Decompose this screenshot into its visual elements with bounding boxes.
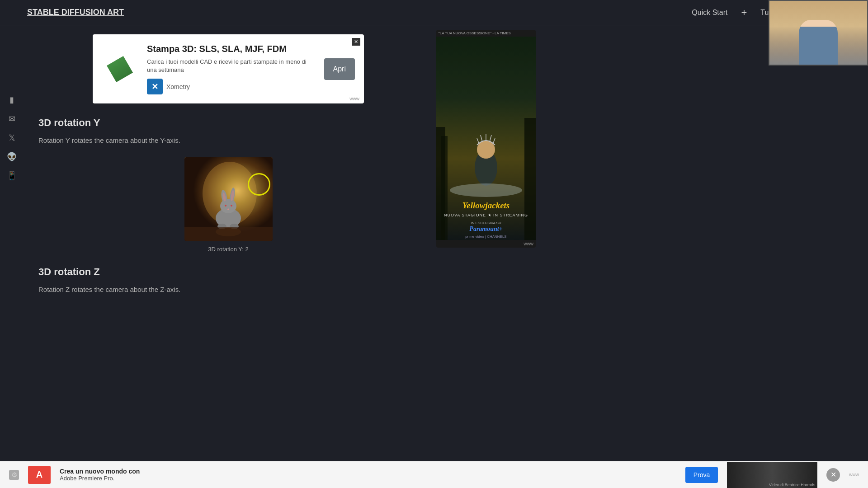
section-y-heading: 3D rotation Y	[38, 117, 418, 129]
email-icon[interactable]: ✉	[7, 114, 17, 124]
bottom-ad-settings-icon[interactable]: ⚙	[9, 470, 19, 480]
main-content: ✕ Stampa 3D: SLS, SLA, MJF, FDM Carica i…	[25, 25, 432, 488]
bottom-ad-video-label: Video di Beatrice Harrods	[769, 483, 815, 487]
svg-text:Paramount+: Paramount+	[469, 225, 502, 232]
nav-quickstart[interactable]: Quick Start	[692, 9, 727, 17]
xometry-logo: ✕	[147, 79, 163, 94]
webcam-box	[769, 0, 868, 66]
ad-3d-icon	[102, 51, 138, 87]
bottom-ad-text: Crea un nuovo mondo con Adobe Premiere P…	[60, 468, 676, 482]
svg-point-27	[450, 183, 522, 197]
svg-rect-18	[524, 118, 536, 240]
bottom-ad-title: Crea un nuovo mondo con	[60, 468, 676, 475]
svg-point-12	[231, 205, 232, 206]
ad-brand: ✕ Xometry	[147, 79, 315, 94]
top-navigation: STABLE DIFFUSION ART Quick Start + Tutor…	[0, 0, 868, 25]
right-ad-top-text: "LA TUA NUOVA OSSESSIONE" - LA TIMES	[436, 30, 536, 37]
facebook-icon[interactable]: ▮	[7, 95, 17, 105]
svg-rect-14	[184, 227, 273, 241]
ad-text-section: Stampa 3D: SLS, SLA, MJF, FDM Carica i t…	[147, 43, 315, 94]
svg-text:prime video | CHANNELS: prime video | CHANNELS	[465, 235, 506, 239]
rabbit-image-y	[184, 157, 273, 241]
ad-cta-button[interactable]: Apri	[324, 58, 355, 80]
right-ad: "LA TUA NUOVA OSSESSIONE" - LA TIMES	[436, 30, 536, 248]
right-ad-ww: www	[436, 240, 536, 248]
right-ad-quote-left: "LA TUA NUOVA OSSESSIONE" - LA TIMES	[439, 31, 511, 35]
svg-text:Yellowjackets: Yellowjackets	[462, 201, 509, 210]
ad-description: Carica i tuoi modelli CAD e ricevi le pa…	[147, 58, 315, 74]
bottom-ad-image: Video di Beatrice Harrods	[727, 462, 817, 488]
section-y-description: Rotation Y rotates the camera about the …	[38, 136, 418, 146]
svg-point-13	[227, 208, 229, 210]
ad-close-top-button[interactable]: ✕	[352, 38, 360, 46]
social-sidebar: ▮ ✉ 𝕏 👽 📱	[0, 90, 24, 185]
ad-title: Stampa 3D: SLS, SLA, MJF, FDM	[147, 43, 315, 54]
bottom-ad-subtitle: Adobe Premiere Pro.	[60, 475, 676, 482]
webcam-feed	[769, 1, 867, 65]
site-title[interactable]: STABLE DIFFUSION ART	[27, 8, 124, 17]
image-caption-y: 3D rotation Y: 2	[184, 246, 273, 253]
bottom-ad-banner: ⚙ A Crea un nuovo mondo con Adobe Premie…	[0, 461, 868, 488]
bottom-ad-ww: www	[849, 472, 859, 477]
ad-ww: www	[349, 96, 359, 101]
ad-3d-shape	[103, 52, 136, 85]
main-wrapper: ✕ Stampa 3D: SLS, SLA, MJF, FDM Carica i…	[0, 25, 868, 488]
right-ad-image: Yellowjackets NUOVA STAGIONE ★ IN STREAM…	[436, 37, 536, 240]
reddit-icon[interactable]: 👽	[7, 152, 17, 162]
ad-brand-name: Xometry	[166, 83, 190, 90]
svg-point-11	[225, 205, 226, 206]
ad-banner-top: ✕ Stampa 3D: SLS, SLA, MJF, FDM Carica i…	[93, 34, 364, 103]
image-container-y: 3D rotation Y: 2	[38, 157, 418, 253]
right-sidebar: "LA TUA NUOVA OSSESSIONE" - LA TIMES	[432, 25, 536, 488]
bottom-ad-close-button[interactable]: ✕	[826, 468, 840, 482]
bottom-ad-logo: A	[28, 466, 51, 484]
whatsapp-icon[interactable]: 📱	[7, 171, 17, 181]
section-z-heading: 3D rotation Z	[38, 266, 418, 278]
twitter-icon[interactable]: 𝕏	[7, 133, 17, 143]
svg-rect-19	[441, 136, 448, 240]
bottom-ad-cta-button[interactable]: Prova	[685, 467, 718, 483]
section-z-description: Rotation Z rotates the camera about the …	[38, 285, 418, 295]
svg-text:NUOVA STAGIONE ★ IN STREAMING: NUOVA STAGIONE ★ IN STREAMING	[444, 213, 528, 217]
nav-plus-button[interactable]: +	[741, 7, 747, 19]
svg-text:IN ESCLUSIVA SU: IN ESCLUSIVA SU	[471, 221, 501, 225]
